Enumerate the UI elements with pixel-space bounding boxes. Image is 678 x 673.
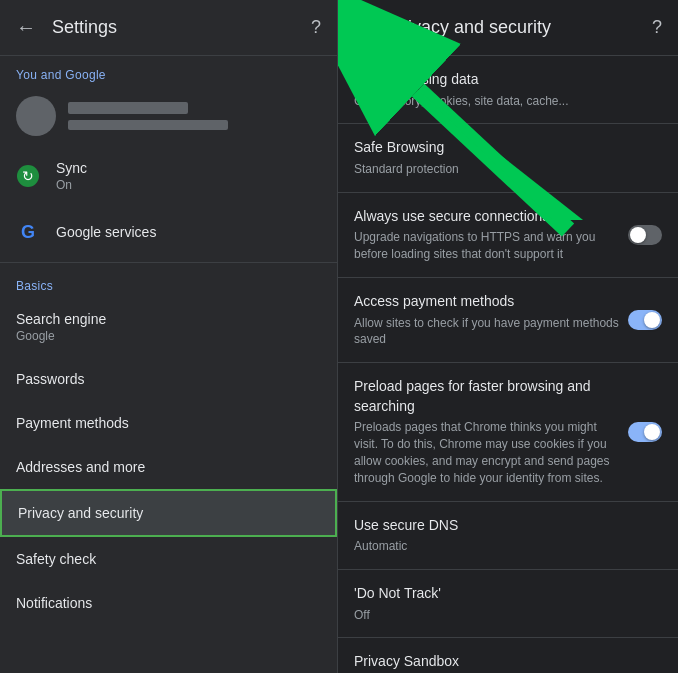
- nav-item-passwords[interactable]: Passwords: [0, 357, 337, 401]
- nav-item-safety-check[interactable]: Safety check: [0, 537, 337, 581]
- passwords-title: Passwords: [16, 371, 321, 387]
- left-panel-header: ← Settings ?: [0, 0, 337, 56]
- left-back-icon[interactable]: ←: [16, 16, 36, 39]
- user-profile-section[interactable]: [0, 86, 337, 146]
- google-icon: G: [16, 220, 40, 244]
- left-panel: ← Settings ? You and Google ↻ Sync On G: [0, 0, 338, 673]
- sync-subtitle: On: [56, 178, 321, 192]
- you-and-google-label: You and Google: [0, 56, 337, 86]
- nav-item-privacy-security[interactable]: Privacy and security: [0, 489, 337, 537]
- google-services-content: Google services: [56, 224, 321, 240]
- secure-connections-desc: Upgrade navigations to HTTPS and warn yo…: [354, 229, 620, 263]
- preload-toggle[interactable]: [628, 422, 662, 442]
- secure-dns-title: Use secure DNS: [354, 516, 654, 536]
- right-back-icon[interactable]: ←: [354, 16, 374, 39]
- notifications-title: Notifications: [16, 595, 321, 611]
- safe-browsing-title: Safe Browsing: [354, 138, 654, 158]
- clear-browsing-title: Clear browsing data: [354, 70, 654, 90]
- section-divider: [0, 262, 337, 263]
- sync-title: Sync: [56, 160, 321, 176]
- settings-item-preload[interactable]: Preload pages for faster browsing and se…: [338, 363, 678, 501]
- right-panel-title: Privacy and security: [390, 17, 652, 38]
- right-help-icon[interactable]: ?: [652, 17, 662, 38]
- user-info: [68, 102, 321, 130]
- search-engine-title: Search engine: [16, 311, 321, 327]
- clear-browsing-desc: Clear history, cookies, site data, cache…: [354, 93, 654, 110]
- settings-item-do-not-track[interactable]: 'Do Not Track' Off: [338, 570, 678, 638]
- settings-item-secure-dns[interactable]: Use secure DNS Automatic: [338, 502, 678, 570]
- user-email-bar: [68, 120, 228, 130]
- preload-desc: Preloads pages that Chrome thinks you mi…: [354, 419, 620, 486]
- settings-item-safe-browsing[interactable]: Safe Browsing Standard protection: [338, 124, 678, 192]
- settings-item-privacy-sandbox[interactable]: Privacy Sandbox Trial features are on: [338, 638, 678, 673]
- avatar: [16, 96, 56, 136]
- settings-item-payment-access[interactable]: Access payment methods Allow sites to ch…: [338, 278, 678, 363]
- payment-methods-title: Payment methods: [16, 415, 321, 431]
- nav-item-sync[interactable]: ↻ Sync On: [0, 146, 337, 206]
- payment-access-title: Access payment methods: [354, 292, 620, 312]
- settings-item-clear-browsing[interactable]: Clear browsing data Clear history, cooki…: [338, 56, 678, 124]
- search-engine-subtitle: Google: [16, 329, 321, 343]
- safety-check-title: Safety check: [16, 551, 321, 567]
- payment-access-toggle[interactable]: [628, 310, 662, 330]
- secure-connections-toggle[interactable]: [628, 225, 662, 245]
- secure-dns-desc: Automatic: [354, 538, 654, 555]
- preload-title: Preload pages for faster browsing and se…: [354, 377, 620, 416]
- secure-connections-title: Always use secure connections: [354, 207, 620, 227]
- basics-label: Basics: [0, 267, 337, 297]
- sync-icon: ↻: [16, 164, 40, 188]
- nav-item-google-services[interactable]: G Google services: [0, 206, 337, 258]
- settings-list: Clear browsing data Clear history, cooki…: [338, 56, 678, 673]
- nav-item-addresses[interactable]: Addresses and more: [0, 445, 337, 489]
- left-help-icon[interactable]: ?: [311, 17, 321, 38]
- google-services-title: Google services: [56, 224, 321, 240]
- right-panel-header: ← Privacy and security ?: [338, 0, 678, 56]
- privacy-security-title: Privacy and security: [18, 505, 319, 521]
- sync-content: Sync On: [56, 160, 321, 192]
- do-not-track-desc: Off: [354, 607, 654, 624]
- nav-item-search-engine[interactable]: Search engine Google: [0, 297, 337, 357]
- do-not-track-title: 'Do Not Track': [354, 584, 654, 604]
- user-name-bar: [68, 102, 188, 114]
- privacy-sandbox-title: Privacy Sandbox: [354, 652, 654, 672]
- addresses-title: Addresses and more: [16, 459, 321, 475]
- left-panel-title: Settings: [52, 17, 311, 38]
- settings-item-secure-connections[interactable]: Always use secure connections Upgrade na…: [338, 193, 678, 278]
- nav-item-notifications[interactable]: Notifications: [0, 581, 337, 625]
- nav-item-payment-methods[interactable]: Payment methods: [0, 401, 337, 445]
- payment-access-desc: Allow sites to check if you have payment…: [354, 315, 620, 349]
- safe-browsing-desc: Standard protection: [354, 161, 654, 178]
- right-panel: ← Privacy and security ? Clear browsing …: [338, 0, 678, 673]
